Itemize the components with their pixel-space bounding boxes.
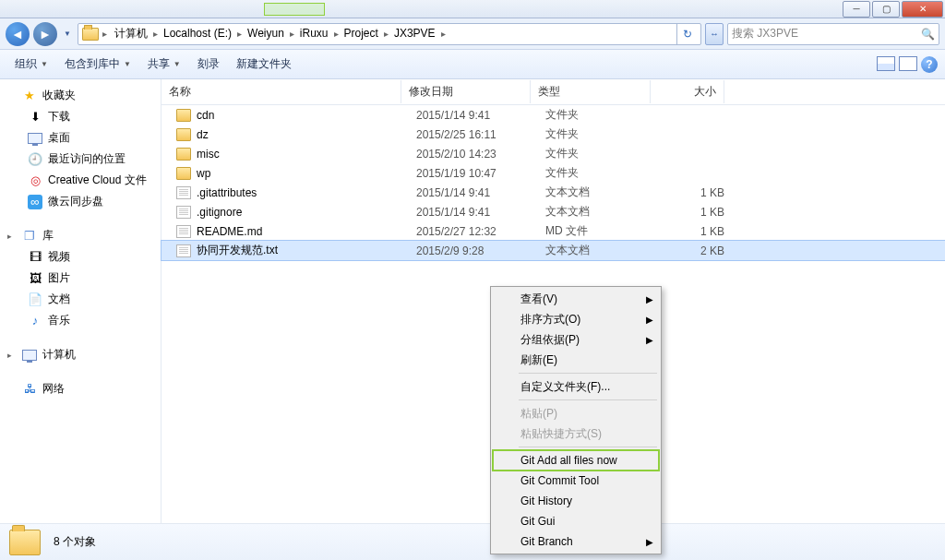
sidebar-item-music[interactable]: ♪音乐 bbox=[0, 310, 161, 331]
table-row[interactable]: misc2015/2/10 14:23文件夹 bbox=[161, 144, 945, 163]
maximize-button[interactable]: ▢ bbox=[872, 1, 900, 18]
search-input[interactable]: 搜索 JX3PVE 🔍 bbox=[727, 23, 939, 45]
col-type[interactable]: 类型 bbox=[531, 80, 651, 103]
file-type: 文件夹 bbox=[538, 146, 658, 161]
ctx-refresh[interactable]: 刷新(E) bbox=[493, 350, 659, 370]
col-date[interactable]: 修改日期 bbox=[401, 80, 531, 103]
chevron-right-icon[interactable]: ▸ bbox=[382, 29, 390, 39]
chevron-right-icon[interactable]: ▸ bbox=[439, 29, 448, 39]
file-name: misc bbox=[197, 148, 220, 161]
chevron-right-icon[interactable]: ▸ bbox=[288, 29, 296, 39]
chevron-right-icon: ▶ bbox=[646, 335, 653, 345]
help-icon[interactable]: ? bbox=[921, 56, 938, 73]
close-button[interactable]: ✕ bbox=[902, 1, 943, 18]
new-folder-button[interactable]: 新建文件夹 bbox=[229, 53, 299, 76]
view-options-button[interactable] bbox=[877, 56, 895, 71]
address-bar[interactable]: ▸ 计算机▸Localhost (E:)▸Weiyun▸iRuxu▸Projec… bbox=[78, 23, 701, 45]
recent-icon: 🕘 bbox=[28, 152, 42, 167]
table-row[interactable]: wp2015/1/19 10:47文件夹 bbox=[161, 163, 945, 183]
window-titlebar: ─ ▢ ✕ bbox=[0, 0, 945, 18]
document-icon: 📄 bbox=[28, 292, 42, 307]
file-name: 协同开发规范.txt bbox=[197, 243, 278, 258]
sidebar-network[interactable]: 🖧网络 bbox=[0, 378, 161, 399]
organize-button[interactable]: 组织▼ bbox=[7, 53, 55, 76]
table-row[interactable]: .gitignore2015/1/14 9:41文本文档1 KB bbox=[161, 202, 945, 221]
nav-row: ◄ ► ▼ ▸ 计算机▸Localhost (E:)▸Weiyun▸iRuxu▸… bbox=[0, 18, 945, 50]
breadcrumb-segment[interactable]: iRuxu bbox=[296, 26, 332, 41]
file-name: README.md bbox=[197, 225, 262, 238]
minimize-button[interactable]: ─ bbox=[843, 1, 870, 18]
chevron-right-icon[interactable]: ▸ bbox=[151, 29, 160, 39]
chevron-right-icon[interactable]: ▸ bbox=[235, 29, 244, 39]
ctx-git-commit[interactable]: Git Commit Tool bbox=[493, 471, 659, 491]
file-type: 文件夹 bbox=[538, 126, 658, 142]
breadcrumb-segment[interactable]: JX3PVE bbox=[390, 26, 439, 41]
sidebar-computer[interactable]: ▸计算机 bbox=[0, 344, 161, 365]
file-type: MD 文件 bbox=[538, 223, 658, 239]
ctx-sort[interactable]: 排序方式(O)▶ bbox=[493, 309, 659, 329]
file-date: 2015/2/9 9:28 bbox=[409, 244, 538, 257]
file-name: .gitignore bbox=[197, 206, 242, 219]
breadcrumb-segment[interactable]: 计算机 bbox=[111, 26, 151, 41]
toolbar: 组织▼ 包含到库中▼ 共享▼ 刻录 新建文件夹 ? bbox=[0, 50, 945, 79]
file-type: 文件夹 bbox=[538, 165, 658, 181]
ctx-paste-shortcut: 粘贴快捷方式(S) bbox=[493, 423, 659, 444]
ctx-view[interactable]: 查看(V)▶ bbox=[493, 289, 659, 309]
forward-button[interactable]: ► bbox=[33, 22, 57, 46]
table-row[interactable]: dz2015/2/25 16:11文件夹 bbox=[161, 125, 945, 144]
music-icon: ♪ bbox=[28, 314, 42, 328]
folder-icon bbox=[82, 28, 99, 41]
folder-icon bbox=[176, 148, 191, 161]
breadcrumb-segment[interactable]: Project bbox=[341, 26, 382, 41]
file-name: .gitattributes bbox=[197, 186, 257, 199]
ctx-group[interactable]: 分组依据(P)▶ bbox=[493, 329, 659, 350]
library-icon: ❐ bbox=[22, 229, 37, 244]
object-count: 8 个对象 bbox=[54, 534, 96, 550]
sidebar-item-videos[interactable]: 🎞视频 bbox=[0, 246, 161, 268]
folder-icon bbox=[176, 128, 191, 141]
ctx-git-history[interactable]: Git History bbox=[493, 491, 659, 511]
file-name: wp bbox=[197, 167, 210, 180]
col-name[interactable]: 名称 bbox=[161, 80, 401, 103]
breadcrumb-segment[interactable]: Localhost (E:) bbox=[160, 26, 235, 41]
sidebar-item-documents[interactable]: 📄文档 bbox=[0, 289, 161, 310]
ctx-customize[interactable]: 自定义文件夹(F)... bbox=[493, 376, 659, 397]
include-library-button[interactable]: 包含到库中▼ bbox=[57, 53, 138, 76]
ctx-paste: 粘贴(P) bbox=[493, 403, 659, 423]
preview-pane-button[interactable] bbox=[899, 56, 917, 71]
recent-locations-button[interactable]: ↔ bbox=[705, 23, 724, 45]
table-row[interactable]: README.md2015/2/27 12:32MD 文件1 KB bbox=[161, 221, 945, 241]
share-button[interactable]: 共享▼ bbox=[140, 53, 188, 76]
file-date: 2015/2/27 12:32 bbox=[409, 225, 538, 238]
breadcrumb-segment[interactable]: Weiyun bbox=[244, 26, 288, 41]
sidebar-item-weiyun[interactable]: ∞微云同步盘 bbox=[0, 191, 161, 212]
desktop-icon bbox=[28, 131, 42, 146]
sidebar-item-recent[interactable]: 🕘最近访问的位置 bbox=[0, 149, 161, 170]
table-row[interactable]: .gitattributes2015/1/14 9:41文本文档1 KB bbox=[161, 183, 945, 202]
file-size: 1 KB bbox=[658, 225, 732, 238]
sidebar-favorites[interactable]: ★收藏夹 bbox=[0, 85, 161, 106]
sidebar-item-creative-cloud[interactable]: ◎Creative Cloud 文件 bbox=[0, 170, 161, 191]
sidebar-libraries[interactable]: ▸❐库 bbox=[0, 225, 161, 246]
sidebar: ★收藏夹 ⬇下载 桌面 🕘最近访问的位置 ◎Creative Cloud 文件 … bbox=[0, 79, 161, 523]
sidebar-item-desktop[interactable]: 桌面 bbox=[0, 127, 161, 149]
burn-button[interactable]: 刻录 bbox=[190, 53, 227, 76]
refresh-icon[interactable]: ↻ bbox=[676, 24, 697, 44]
table-row[interactable]: cdn2015/1/14 9:41文件夹 bbox=[161, 105, 945, 125]
ctx-git-gui[interactable]: Git Gui bbox=[493, 511, 659, 531]
chevron-right-icon[interactable]: ▸ bbox=[332, 29, 341, 39]
file-date: 2015/1/14 9:41 bbox=[409, 206, 538, 219]
sidebar-item-downloads[interactable]: ⬇下载 bbox=[0, 106, 161, 127]
back-button[interactable]: ◄ bbox=[6, 22, 30, 46]
ctx-git-add[interactable]: Git Add all files now bbox=[493, 450, 659, 471]
nav-history-dropdown[interactable]: ▼ bbox=[61, 25, 74, 43]
table-row[interactable]: 协同开发规范.txt2015/2/9 9:28文本文档2 KB bbox=[161, 241, 945, 260]
file-date: 2015/2/10 14:23 bbox=[409, 148, 538, 161]
file-icon bbox=[176, 225, 191, 238]
computer-icon bbox=[22, 348, 37, 363]
col-size[interactable]: 大小 bbox=[651, 80, 724, 103]
network-icon: 🖧 bbox=[22, 382, 37, 397]
chevron-right-icon: ▶ bbox=[646, 315, 653, 325]
ctx-git-branch[interactable]: Git Branch▶ bbox=[493, 531, 659, 552]
sidebar-item-pictures[interactable]: 🖼图片 bbox=[0, 268, 161, 289]
